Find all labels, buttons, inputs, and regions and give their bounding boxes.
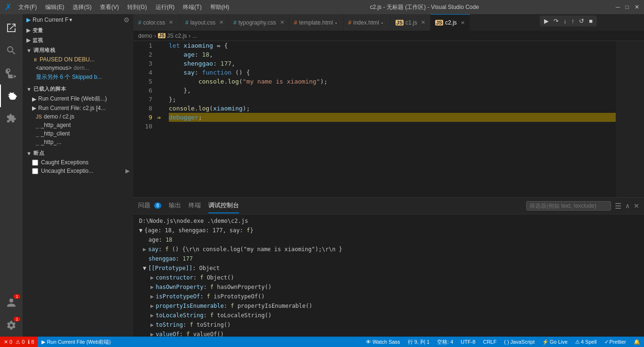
uncaught-exceptions-item[interactable]: Uncaught Exceptio... ▶	[23, 167, 133, 175]
prettier-button[interactable]: ✓ Prettier	[601, 337, 630, 347]
obj-preview: {age: 18, shenggao: 177, say: f}	[144, 226, 253, 235]
status-encoding[interactable]: UTF-8	[457, 337, 479, 347]
caught-exceptions-checkbox[interactable]	[32, 160, 38, 166]
tab-c1-js[interactable]: JS c1.js ✕	[391, 14, 430, 31]
debug-continue-button[interactable]: ▶	[543, 17, 550, 25]
tab-c2-js[interactable]: JS c2.js ✕	[430, 14, 470, 31]
script-http-agent[interactable]: _ _http_agent	[23, 121, 133, 129]
script-http-client[interactable]: _ _http_client	[23, 129, 133, 138]
run-chevron-icon[interactable]: ▾	[69, 17, 72, 23]
console-constructor[interactable]: ▶ constructor: f Object()	[133, 273, 644, 282]
debug-restart-button[interactable]: ↺	[578, 17, 586, 25]
status-line-ending[interactable]: CRLF	[479, 337, 500, 347]
menu-help[interactable]: 帮助(H)	[206, 2, 233, 12]
uncaught-exceptions-checkbox[interactable]	[32, 168, 38, 174]
error-icon: ✕	[4, 339, 8, 345]
breadcrumb-file[interactable]: JS c2.js	[167, 33, 187, 39]
tab-close-icon[interactable]: ✕	[421, 19, 425, 25]
say-preview: say: f () {\r\n console.log("my name is …	[148, 245, 342, 254]
script-run-c2[interactable]: ▶ Run Current File: c2.js [4...	[23, 104, 133, 112]
tab-terminal[interactable]: 终端	[189, 198, 201, 213]
check-icon: ✓	[604, 339, 609, 345]
notification-icon[interactable]: 🔔	[630, 337, 644, 347]
menu-goto[interactable]: 转到(G)	[124, 2, 150, 12]
console-tolocalestring[interactable]: ▶ toLocaleString: f toLocaleString()	[133, 311, 644, 320]
debug-stop-button[interactable]: ■	[587, 17, 594, 25]
console-hasownprop[interactable]: ▶ hasOwnProperty: f hasOwnProperty()	[133, 282, 644, 292]
tab-debug-console[interactable]: 调试控制台	[208, 198, 239, 213]
search-icon[interactable]	[0, 39, 23, 62]
console-filter-input[interactable]	[526, 201, 611, 211]
console-valueof[interactable]: ▶ valueOf: f valueOf()	[133, 330, 644, 337]
account-icon[interactable]: 1	[0, 291, 23, 314]
tab-close-icon[interactable]: ✕	[280, 19, 284, 25]
status-errors[interactable]: ✕ 0 ⚠ 0 ℹ 8	[0, 337, 38, 347]
console-isprototypeof[interactable]: ▶ isPrototypeOf: f isPrototypeOf()	[133, 292, 644, 301]
console-output[interactable]: D:\Node.js\node.exe .\demo\c2.js ▼ {age:…	[133, 214, 644, 337]
maximize-button[interactable]: □	[626, 4, 629, 10]
status-language[interactable]: ( ) JavaScript	[500, 337, 538, 347]
breakpoints-header[interactable]: ▼ 断点	[23, 148, 133, 158]
status-spaces[interactable]: 空格: 4	[433, 337, 457, 347]
menu-file[interactable]: 文件(F)	[15, 2, 41, 12]
close-button[interactable]: ✕	[635, 4, 639, 10]
extensions-icon[interactable]	[0, 107, 23, 130]
go-live-button[interactable]: ⚡ Go Live	[538, 337, 571, 347]
debug-run-icon[interactable]	[0, 85, 23, 107]
explorer-icon[interactable]	[0, 17, 23, 39]
script-run-web[interactable]: ▶ Run Current File (Web前...)	[23, 94, 133, 104]
tab-close-icon[interactable]: ✕	[461, 20, 465, 26]
debug-step-out-button[interactable]: ↑	[570, 17, 576, 25]
status-position[interactable]: 行 9, 列 1	[404, 337, 433, 347]
tab-close-icon[interactable]: ✕	[169, 19, 173, 25]
tab-index-html[interactable]: # index.html ·	[344, 14, 391, 31]
menu-view[interactable]: 查看(V)	[96, 2, 123, 12]
call-stack-item[interactable]: <anonymous> dem...	[23, 64, 133, 72]
tab-problems[interactable]: 问题 8	[138, 198, 161, 213]
code-content[interactable]: let xiaoming = { age: 18, shenggao: 177,…	[166, 41, 616, 197]
debug-step-over-button[interactable]: ↷	[552, 17, 560, 25]
panel-maximize-button[interactable]: ∧	[625, 202, 630, 210]
source-control-icon[interactable]	[0, 62, 23, 85]
minimize-button[interactable]: ─	[616, 4, 620, 10]
scripts-header[interactable]: ▼ 已载入的脚本	[23, 84, 133, 94]
tab-color-css[interactable]: # color.css ✕	[133, 14, 181, 31]
console-say-expand[interactable]: ▶ say: f () {\r\n console.log("my name i…	[133, 245, 644, 254]
uncaught-expand-icon[interactable]: ▶	[125, 168, 130, 174]
call-stack-skipped[interactable]: 显示另外 6 个 Skipped b...	[23, 72, 133, 82]
spell-button[interactable]: ⚠ 4 Spell	[571, 337, 601, 347]
console-proto-expand[interactable]: ▼ [[Prototype]]: Object	[133, 263, 644, 273]
breadcrumb-demo[interactable]: demo	[138, 33, 152, 39]
menu-run[interactable]: 运行(R)	[152, 2, 179, 12]
script-http-extra[interactable]: _ _http_...	[23, 138, 133, 146]
menu-edit[interactable]: 编辑(E)	[41, 2, 68, 12]
script-run-c2-label: Run Current File: c2.js [4...	[38, 105, 106, 111]
warning-count: 0	[22, 339, 25, 345]
caught-exceptions-item[interactable]: Caught Exceptions	[23, 158, 133, 167]
warning-icon: ⚠	[16, 339, 20, 345]
tab-typography-css[interactable]: # typography.css ✕	[229, 14, 289, 31]
panel-menu-button[interactable]: ☰	[615, 202, 621, 211]
call-stack-header[interactable]: ▼ 调用堆栈	[23, 45, 133, 55]
tab-layout-css[interactable]: # layout.css ✕	[181, 14, 229, 31]
panel-close-button[interactable]: ✕	[634, 202, 639, 210]
tab-close-icon[interactable]: ✕	[219, 19, 223, 25]
tab-template-html[interactable]: # template.html ·	[289, 14, 344, 31]
debug-step-into-button[interactable]: ↓	[562, 17, 568, 25]
breadcrumb-item[interactable]: ...	[192, 33, 197, 39]
status-run-button[interactable]: ▶ Run Current File (Web前端)	[38, 337, 115, 347]
console-obj-expand[interactable]: ▼ {age: 18, shenggao: 177, say: f}	[133, 226, 644, 235]
debug-gear-button[interactable]: ⚙	[124, 16, 130, 24]
menu-select[interactable]: 选择(S)	[69, 2, 95, 12]
menu-terminal[interactable]: 终端(T)	[179, 2, 205, 12]
watch-sass-button[interactable]: 👁 Watch Sass	[362, 337, 404, 347]
variables-section[interactable]: ▶ 变量	[23, 25, 133, 35]
console-propertyisenumerable[interactable]: ▶ propertyIsEnumerable: f propertyIsEnum…	[133, 301, 644, 311]
run-config-button[interactable]: Run Current F	[33, 17, 68, 23]
settings-icon[interactable]: 1	[0, 314, 23, 337]
watch-section[interactable]: ▶ 监视	[23, 35, 133, 45]
script-demo-c2[interactable]: JS demo / c2.js	[23, 112, 133, 121]
tab-output[interactable]: 输出	[169, 198, 181, 213]
bottom-panel: 问题 8 输出 终端 调试控制台 ☰ ∧ ✕ D:\Node.js\node.	[133, 197, 644, 337]
console-tostring[interactable]: ▶ toString: f toString()	[133, 320, 644, 330]
